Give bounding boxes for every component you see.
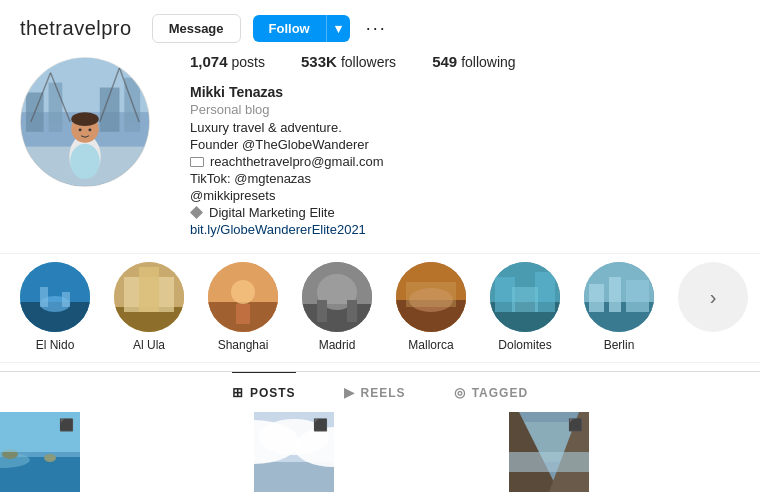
highlight-circle-3	[302, 262, 372, 332]
highlight-label-6: Berlin	[604, 338, 635, 352]
photo-1[interactable]: ⬛	[254, 412, 334, 492]
highlight-1[interactable]: Al Ula	[114, 262, 184, 352]
bio-tiktok: TikTok: @mgtenazas	[190, 171, 740, 186]
svg-rect-47	[609, 277, 621, 312]
highlight-arrow[interactable]: ›	[678, 262, 748, 332]
profile-section: 1,074 posts 533K followers 549 following…	[0, 53, 760, 253]
highlight-circle-6	[584, 262, 654, 332]
stats-row: 1,074 posts 533K followers 549 following	[190, 53, 740, 70]
followers-count: 533K	[301, 53, 337, 70]
posts-tab-icon: ⊞	[232, 385, 244, 400]
photo-2-collection-icon: ⬛	[568, 418, 583, 432]
tagged-tab-icon: ◎	[454, 385, 466, 400]
highlight-label-5: Dolomites	[498, 338, 551, 352]
bio-name: Mikki Tenazas	[190, 84, 740, 100]
svg-rect-38	[406, 282, 456, 307]
highlights-section: El Nido Al Ula Shanghai	[0, 253, 760, 363]
highlight-circle-0	[20, 262, 90, 332]
svg-point-15	[79, 128, 82, 131]
svg-point-16	[88, 128, 91, 131]
stat-following: 549 following	[432, 53, 516, 70]
svg-point-28	[231, 280, 255, 304]
follow-chevron-button[interactable]: ▾	[326, 15, 350, 42]
svg-rect-25	[139, 267, 159, 312]
following-label: following	[461, 54, 515, 70]
highlight-circle-1	[114, 262, 184, 332]
highlight-label-2: Shanghai	[218, 338, 269, 352]
email-icon	[190, 157, 204, 167]
svg-point-54	[44, 454, 56, 462]
bio-email-line: reachthetravelpro@gmail.com	[190, 154, 740, 169]
bio-category: Personal blog	[190, 102, 740, 117]
message-button[interactable]: Message	[152, 14, 241, 43]
svg-rect-34	[347, 300, 357, 322]
top-bar: thetravelpro Message Follow ▾ ···	[0, 0, 760, 53]
avatar-col	[20, 53, 150, 237]
profile-username: thetravelpro	[20, 17, 132, 40]
posts-label: posts	[232, 54, 265, 70]
highlight-circle-2	[208, 262, 278, 332]
svg-rect-67	[509, 452, 589, 472]
highlight-5[interactable]: Dolomites	[490, 262, 560, 352]
bio-line2: Founder @TheGlobeWanderer	[190, 137, 740, 152]
following-count: 549	[432, 53, 457, 70]
highlight-0[interactable]: El Nido	[20, 262, 90, 352]
svg-rect-20	[40, 287, 48, 307]
svg-rect-57	[254, 462, 334, 492]
svg-rect-33	[317, 300, 327, 322]
posts-count: 1,074	[190, 53, 228, 70]
svg-rect-48	[626, 280, 649, 312]
highlight-label-0: El Nido	[36, 338, 75, 352]
svg-rect-3	[49, 83, 63, 132]
svg-rect-21	[62, 292, 70, 307]
svg-rect-46	[589, 284, 604, 312]
highlight-4[interactable]: Mallorca	[396, 262, 466, 352]
bio-handle2: @mikkipresets	[190, 188, 740, 203]
highlight-circle-5	[490, 262, 560, 332]
bio-link[interactable]: bit.ly/GlobeWandererElite2021	[190, 222, 740, 237]
avatar	[20, 57, 150, 187]
bio-badge-line: Digital Marketing Elite	[190, 205, 740, 220]
highlight-label-3: Madrid	[319, 338, 356, 352]
tab-posts[interactable]: ⊞ POSTS	[232, 372, 296, 412]
info-col: 1,074 posts 533K followers 549 following…	[190, 53, 740, 237]
bio-line1: Luxury travel & adventure.	[190, 120, 740, 135]
highlight-6[interactable]: Berlin	[584, 262, 654, 352]
photo-0-collection-icon: ⬛	[59, 418, 74, 432]
photo-2[interactable]: ⬛	[509, 412, 589, 492]
highlight-label-4: Mallorca	[408, 338, 453, 352]
svg-point-12	[70, 144, 100, 179]
tab-tagged[interactable]: ◎ TAGGED	[454, 372, 528, 412]
stat-posts: 1,074 posts	[190, 53, 265, 70]
photo-1-collection-icon: ⬛	[313, 418, 328, 432]
reels-tab-icon: ▶	[344, 385, 355, 400]
more-options-button[interactable]: ···	[362, 18, 391, 39]
svg-point-14	[71, 112, 99, 126]
reels-tab-label: REELS	[361, 386, 406, 400]
follow-button[interactable]: Follow	[253, 15, 326, 42]
svg-rect-29	[236, 304, 250, 324]
highlights-next-button[interactable]: ›	[678, 262, 748, 332]
highlight-3[interactable]: Madrid	[302, 262, 372, 352]
highlight-label-1: Al Ula	[133, 338, 165, 352]
highlight-2[interactable]: Shanghai	[208, 262, 278, 352]
photo-grid: ⬛ ⬛ ⬛	[0, 412, 760, 492]
badge-icon	[190, 206, 203, 219]
stat-followers: 533K followers	[301, 53, 396, 70]
highlight-circle-4	[396, 262, 466, 332]
photo-0[interactable]: ⬛	[0, 412, 80, 492]
posts-tab-label: POSTS	[250, 386, 296, 400]
followers-label: followers	[341, 54, 396, 70]
tabs-section: ⊞ POSTS ▶ REELS ◎ TAGGED	[0, 371, 760, 412]
tab-reels[interactable]: ▶ REELS	[344, 372, 406, 412]
svg-rect-43	[512, 287, 538, 312]
tagged-tab-label: TAGGED	[472, 386, 528, 400]
